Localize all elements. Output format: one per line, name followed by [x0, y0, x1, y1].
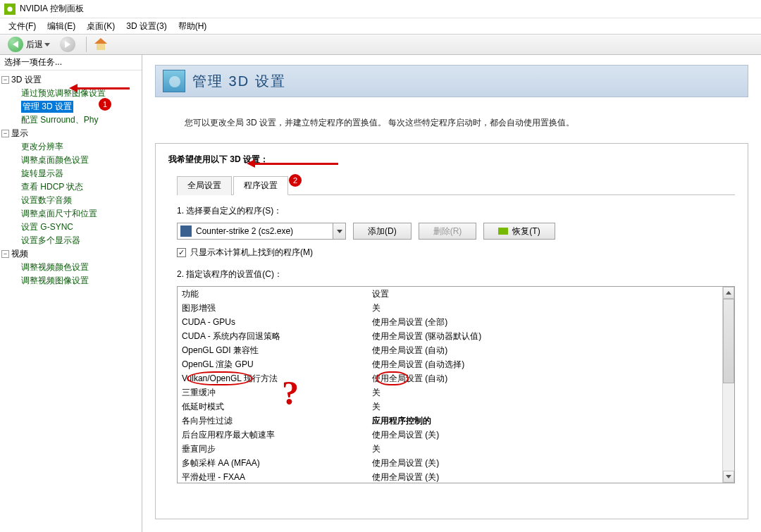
tree-item-audio[interactable]: 设置数字音频: [21, 194, 72, 206]
tabs: 全局设置 程序设置: [177, 175, 735, 195]
scrollbar[interactable]: [722, 287, 734, 483]
tree-item-surround[interactable]: 配置 Surround、Phy: [21, 114, 98, 126]
settings-grid: 功能 设置 图形增强关CUDA - GPUs使用全局设置 (全部)CUDA - …: [177, 286, 735, 483]
tree-cat-display[interactable]: 显示: [11, 128, 28, 140]
grid-row[interactable]: OpenGL 渲染 GPU使用全局设置 (自动选择): [178, 357, 722, 371]
grid-cell-feature: 垂直同步: [182, 443, 372, 455]
tree-item-multi[interactable]: 设置多个显示器: [21, 235, 80, 247]
menu-3d-settings[interactable]: 3D 设置(3): [120, 19, 172, 34]
menu-file[interactable]: 文件(F): [3, 19, 42, 34]
tree-toggle-icon[interactable]: −: [1, 76, 9, 84]
grid-cell-setting: 使用全局设置 (自动): [372, 344, 718, 357]
chevron-down-icon[interactable]: [333, 223, 345, 239]
tree-item-video-color[interactable]: 调整视频颜色设置: [21, 261, 89, 273]
grid-row[interactable]: OpenGL GDI 兼容性使用全局设置 (自动): [178, 343, 722, 357]
grid-cell-setting: 使用全局设置 (关): [372, 471, 718, 483]
navigation-tree: −3D 设置 通过预览调整图像设置 管理 3D 设置 配置 Surround、P…: [0, 70, 142, 290]
forward-arrow-icon: [60, 37, 75, 52]
window-title: NVIDIA 控制面板: [20, 3, 84, 15]
back-dropdown-icon: [44, 43, 50, 47]
tree-item-hdcp[interactable]: 查看 HDCP 状态: [21, 181, 83, 193]
main-content: 管理 3D 设置 您可以更改全局 3D 设置，并建立特定程序的置换值。 每次这些…: [142, 55, 761, 532]
grid-row[interactable]: 各向异性过滤应用程序控制的: [178, 414, 722, 428]
step1-label: 1. 选择要自定义的程序(S)：: [177, 205, 735, 217]
grid-cell-feature: 多帧采样 AA (MFAA): [182, 457, 372, 469]
grid-cell-setting: 使用全局设置 (自动): [372, 372, 718, 385]
grid-cell-setting: 关: [372, 400, 718, 413]
tree-toggle-icon[interactable]: −: [1, 250, 9, 258]
grid-cell-feature: Vulkan/OpenGL 现行方法: [182, 372, 372, 385]
scroll-up-icon[interactable]: [723, 287, 734, 299]
grid-cell-setting: 关: [372, 386, 718, 399]
grid-cell-setting: 使用全局设置 (关): [372, 457, 718, 469]
back-button[interactable]: 后退: [3, 36, 55, 53]
grid-cell-feature: OpenGL GDI 兼容性: [182, 344, 372, 357]
grid-cell-feature: CUDA - GPUs: [182, 316, 372, 328]
grid-row[interactable]: CUDA - 系统内存回退策略使用全局设置 (驱动器默认值): [178, 329, 722, 343]
panel-header: 我希望使用以下 3D 设置：: [168, 154, 735, 166]
grid-cell-feature: 后台应用程序最大帧速率: [182, 428, 372, 441]
back-label: 后退: [26, 39, 43, 51]
grid-cell-feature: 平滑处理 - FXAA: [182, 471, 372, 483]
grid-row[interactable]: 多帧采样 AA (MFAA)使用全局设置 (关): [178, 456, 722, 470]
tree-item-gsync[interactable]: 设置 G-SYNC: [21, 221, 73, 233]
local-only-label: 只显示本计算机上找到的程序(M): [190, 247, 313, 259]
tree-item-video-image[interactable]: 调整视频图像设置: [21, 275, 89, 287]
nvidia-icon: [4, 4, 16, 15]
grid-cell-setting: 使用全局设置 (自动选择): [372, 358, 718, 371]
home-button[interactable]: [89, 36, 112, 53]
program-select[interactable]: Counter-strike 2 (cs2.exe): [177, 223, 346, 240]
tree-cat-3d[interactable]: 3D 设置: [11, 74, 42, 86]
forward-button[interactable]: [55, 36, 83, 53]
grid-cell-feature: CUDA - 系统内存回退策略: [182, 330, 372, 342]
grid-cell-feature: OpenGL 渲染 GPU: [182, 358, 372, 371]
col-setting: 设置: [372, 287, 718, 300]
menu-edit[interactable]: 编辑(E): [42, 19, 81, 34]
program-selected-text: Counter-strike 2 (cs2.exe): [194, 226, 333, 236]
grid-row[interactable]: CUDA - GPUs使用全局设置 (全部): [178, 315, 722, 329]
tree-item-rotate[interactable]: 旋转显示器: [21, 168, 63, 180]
grid-row[interactable]: 垂直同步关: [178, 442, 722, 456]
add-button[interactable]: 添加(D): [353, 223, 412, 240]
page-title: 管理 3D 设置: [192, 72, 286, 91]
menubar: 文件(F) 编辑(E) 桌面(K) 3D 设置(3) 帮助(H): [0, 18, 761, 34]
program-icon: [180, 225, 192, 237]
grid-cell-feature: 低延时模式: [182, 400, 372, 413]
grid-row[interactable]: 平滑处理 - FXAA使用全局设置 (关): [178, 470, 722, 483]
grid-row[interactable]: 三重缓冲关: [178, 385, 722, 400]
grid-cell-feature: 各向异性过滤: [182, 414, 372, 427]
tree-item-resolution[interactable]: 更改分辨率: [21, 141, 63, 153]
grid-cell-setting: 应用程序控制的: [372, 414, 718, 427]
nvidia-badge-icon: [498, 228, 508, 235]
tree-item-color[interactable]: 调整桌面颜色设置: [21, 154, 89, 166]
toolbar-separator: [86, 37, 87, 52]
toolbar: 后退: [0, 34, 761, 55]
col-feature: 功能: [182, 287, 372, 300]
tree-toggle-icon[interactable]: −: [1, 130, 9, 137]
grid-row[interactable]: 后台应用程序最大帧速率使用全局设置 (关): [178, 428, 722, 442]
page-title-banner: 管理 3D 设置: [155, 65, 748, 97]
grid-header-row: 功能 设置: [178, 287, 722, 301]
scroll-down-icon[interactable]: [723, 471, 734, 483]
menu-help[interactable]: 帮助(H): [173, 19, 213, 34]
tree-item-size[interactable]: 调整桌面尺寸和位置: [21, 208, 97, 220]
titlebar: NVIDIA 控制面板: [0, 0, 761, 18]
remove-button[interactable]: 删除(R): [419, 223, 477, 240]
menu-desktop[interactable]: 桌面(K): [81, 19, 120, 34]
grid-cell-setting: 关: [372, 302, 718, 314]
grid-row[interactable]: 图形增强关: [178, 301, 722, 315]
grid-row[interactable]: 低延时模式关: [178, 400, 722, 414]
tab-global[interactable]: 全局设置: [177, 176, 232, 195]
tree-item-preview[interactable]: 通过预览调整图像设置: [21, 87, 106, 99]
restore-button[interactable]: 恢复(T): [483, 223, 555, 240]
page-description: 您可以更改全局 3D 设置，并建立特定程序的置换值。 每次这些特定程序启动时，都…: [185, 117, 740, 129]
tree-item-manage-3d[interactable]: 管理 3D 设置: [21, 101, 73, 113]
scroll-thumb[interactable]: [723, 299, 734, 383]
tree-cat-video[interactable]: 视频: [11, 248, 28, 260]
grid-cell-feature: 图形增强: [182, 302, 372, 314]
page-title-icon: [163, 70, 185, 92]
home-icon: [94, 38, 107, 51]
local-only-checkbox[interactable]: [177, 248, 186, 257]
grid-row[interactable]: Vulkan/OpenGL 现行方法使用全局设置 (自动): [178, 371, 722, 385]
tab-program[interactable]: 程序设置: [233, 176, 288, 195]
